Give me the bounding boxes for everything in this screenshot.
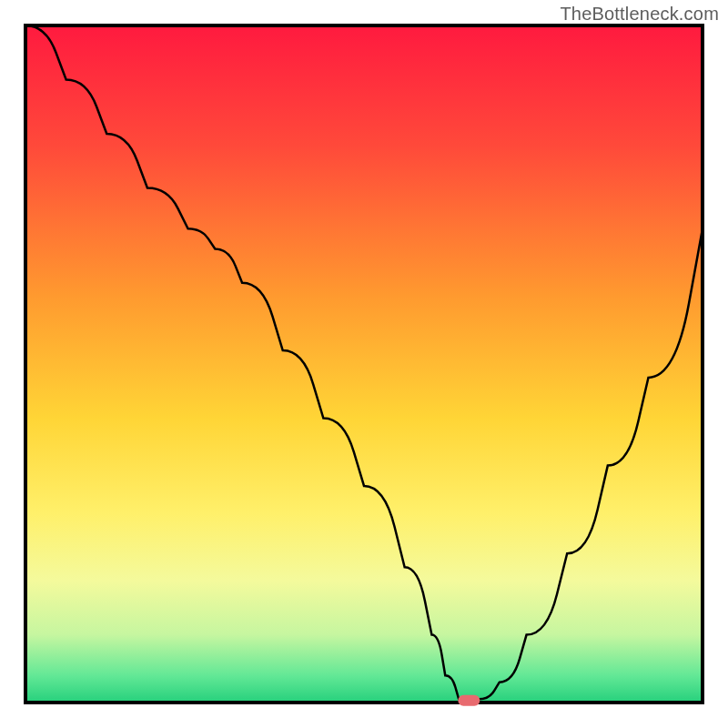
bottleneck-chart: TheBottleneck.com xyxy=(0,0,728,728)
watermark-label: TheBottleneck.com xyxy=(560,4,719,25)
gradient-background xyxy=(25,25,703,703)
optimal-marker xyxy=(458,695,480,706)
plot-svg xyxy=(0,0,728,728)
